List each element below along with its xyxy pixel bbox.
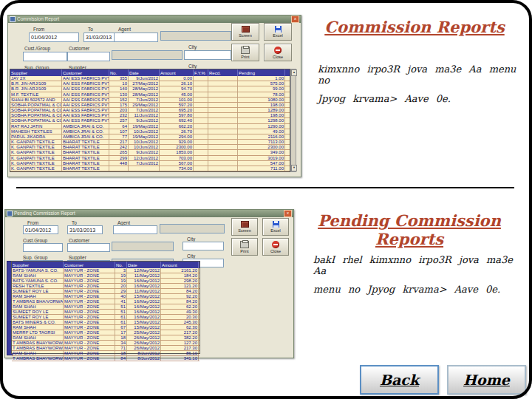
table-cell: 20 bbox=[115, 284, 127, 288]
agent-name-field bbox=[160, 31, 231, 41]
table-row[interactable]: BATS-YAMUNA S. CO.MAYYUR - ZONE312/May/2… bbox=[12, 268, 200, 273]
table-cell: 10/Jun/2012 bbox=[129, 140, 160, 144]
table-cell: 20.30 bbox=[161, 315, 199, 319]
table-row[interactable]: SUMEET ROY LEMAYYUR - ZONE5116/May/20124… bbox=[12, 310, 200, 315]
scroll-up-icon[interactable]: ▲ bbox=[291, 69, 297, 76]
window-icon bbox=[10, 16, 16, 22]
table-cell: 121.20 bbox=[161, 284, 199, 288]
table-row[interactable]: SOBHA POPATMAL & COAAI ESS FABRICS PVT. … bbox=[10, 108, 290, 113]
table-row[interactable]: K. GANPATI TEXTILEBHARAT TEXTILE29912/Ju… bbox=[10, 156, 290, 161]
table-cell: 11/May/2012 bbox=[127, 289, 161, 293]
agent-field[interactable] bbox=[113, 225, 157, 234]
table-row[interactable]: JAY 2XAAI ESS FABRICS PVT. LTD.3559/Jun/… bbox=[10, 76, 290, 81]
table-row[interactable]: SUMEET ROY LEMAYYUR - ZONE2911/May/20128… bbox=[12, 289, 200, 294]
print-button[interactable]: Print bbox=[231, 44, 259, 61]
table-cell: MAYYUR - ZONE bbox=[64, 356, 115, 361]
window-close-icon[interactable]: x bbox=[291, 16, 299, 23]
table-row[interactable]: T AMBRAS BHAYWORWASMAYYUR - ZONE848/Jun/… bbox=[12, 356, 200, 361]
cust-group-field[interactable] bbox=[23, 52, 67, 61]
close-button[interactable]: Close bbox=[262, 238, 289, 256]
table-cell: 10 bbox=[109, 81, 129, 86]
table-row[interactable]: K. GANPATI TEXTILEBHARAT TEXTILE2659/Jun… bbox=[10, 150, 290, 155]
from-field[interactable]: 01/04/2012 bbox=[23, 225, 58, 234]
table-cell: MAYYUR - ZONE bbox=[64, 273, 115, 278]
table-row[interactable]: MAHESH TEXTILESAMBICA JRAI & CO.10710/Ju… bbox=[10, 129, 290, 134]
table-cell: AAI ESS FABRICS PVT. LTD. bbox=[62, 103, 109, 107]
table-row[interactable]: K. GANPATI TEXTILEBHARAT TEXTILE21710/Ju… bbox=[10, 140, 290, 145]
table-cell: MAYYUR - ZONE bbox=[64, 294, 115, 299]
customer-field[interactable] bbox=[67, 243, 110, 252]
table-cell: RAM SHAH bbox=[12, 273, 64, 278]
table-row[interactable]: MERRF LTD TAGRSIMAYYUR - ZONE1725/May/20… bbox=[12, 330, 200, 335]
print-button[interactable]: Print bbox=[231, 238, 258, 256]
to-field[interactable]: 31/03/2013 bbox=[67, 225, 103, 234]
table-cell: MAYYUR - ZONE bbox=[64, 335, 115, 340]
table-cell bbox=[194, 145, 208, 149]
table-cell: 26.10 bbox=[160, 81, 194, 86]
close-button[interactable]: Close bbox=[264, 44, 292, 61]
table-cell: MAYYUR - ZONE bbox=[64, 341, 115, 345]
table-row[interactable]: SUMEET ROY LEMAYYUR - ZONE6116/May/20122… bbox=[12, 315, 200, 320]
table-row[interactable]: SOBHA POPATMAL & COAAI ESS FABRICS PVT. … bbox=[10, 113, 290, 118]
cust-group-field[interactable] bbox=[23, 243, 63, 252]
table-cell: SOBHA POPATMAL & CO bbox=[10, 108, 62, 112]
screen-button[interactable]: Screen bbox=[231, 23, 259, 41]
window-close-icon[interactable]: x bbox=[284, 210, 292, 217]
table-cell: JAY 2X bbox=[10, 76, 62, 81]
from-field[interactable]: 01/04/2012 bbox=[29, 33, 79, 42]
city-field-1[interactable] bbox=[183, 242, 224, 250]
table-row[interactable]: RAM SHAHMAYYUR - ZONE188/Jun/201286.10 bbox=[12, 351, 200, 356]
table-row[interactable]: K. GANPATI TEXTILEBHARAT TEXTILE4487/Jun… bbox=[10, 161, 290, 166]
table-row[interactable]: BATS-YAMUNA S. CO.MAYYUR - ZONE1916/May/… bbox=[12, 279, 200, 284]
window-titlebar[interactable]: Commission Report x bbox=[8, 16, 301, 23]
to-label: To bbox=[88, 27, 93, 32]
table-cell bbox=[194, 124, 208, 129]
table-cell: T AMBRAS BHAYWORWAS bbox=[12, 356, 64, 361]
table-row[interactable]: SOBHA POPATMAL & COAAI ESS FABRICS PVT. … bbox=[10, 103, 290, 108]
column-header: No. bbox=[109, 69, 129, 76]
table-row[interactable]: M.F. TEXTILEAAI ESS FABRICS PVT. LTD.130… bbox=[10, 92, 290, 98]
table-row[interactable]: T AMBRAS BHA/VORWASMAYYUR - ZONE4116/May… bbox=[12, 299, 200, 304]
table-row[interactable]: B.R. JIN-ARJ/109AAI ESS FABRICS PVT. LTD… bbox=[10, 86, 290, 92]
table-cell: 567.00 bbox=[160, 161, 194, 166]
table-cell: MAYYUR - ZONE bbox=[64, 268, 115, 273]
slide: Commission Report x From 01/04/2012 To 3… bbox=[0, 0, 532, 399]
customer-field[interactable] bbox=[67, 52, 110, 61]
table-cell: 597.20 bbox=[160, 103, 194, 107]
table-row[interactable]: BATS MINERS & CO.MAYYUR - ZONE6115/May/2… bbox=[12, 320, 200, 325]
column-header: Date bbox=[129, 69, 160, 76]
table-row[interactable]: B.R. JIN-ARJ/109AAI ESS FABRICS PVT. LTD… bbox=[10, 81, 290, 86]
screen-button[interactable]: Screen bbox=[231, 218, 258, 236]
table-row[interactable]: RAM SHAHMAYYUR - ZONE6715/May/201262.30 bbox=[12, 325, 200, 330]
table-cell: BHARAT TEXTILE bbox=[62, 145, 109, 149]
table-row[interactable]: RAT RAJ JATINAMBICA JRAI & CO.6419/May/2… bbox=[10, 124, 290, 129]
table-row[interactable]: RAM SHAHMAYYUR - ZONE1826/May/2012382.20 bbox=[12, 335, 200, 341]
grid-scrollbar[interactable]: ▲ ▼ bbox=[290, 69, 296, 172]
scroll-down-icon[interactable]: ▼ bbox=[291, 165, 297, 171]
home-button[interactable]: Home bbox=[447, 365, 526, 395]
agent-field[interactable] bbox=[114, 33, 158, 42]
table-cell bbox=[208, 108, 238, 112]
table-cell: 298.20 bbox=[161, 279, 199, 283]
table-row[interactable]: RAM SHAHMAYYUR - ZONE5116/May/201262.20 bbox=[12, 304, 200, 310]
excel-button[interactable]: Excel bbox=[264, 23, 292, 41]
excel-button[interactable]: Excel bbox=[262, 218, 289, 236]
print-button-label: Print bbox=[241, 55, 249, 59]
city-field-1[interactable] bbox=[184, 50, 231, 60]
table-row[interactable]: K. GANPATI TEXTILEBHARAT TEXTILE24210/Ju… bbox=[10, 145, 290, 150]
table-row[interactable]: SHAH BI.502572 ANDAAI ESS FABRICS PVT. L… bbox=[10, 98, 290, 103]
table-cell: 19/May/2012 bbox=[129, 134, 160, 139]
table-row[interactable]: RESH TEXTILEMAYYUR - ZONE2016/May/201212… bbox=[12, 284, 200, 289]
table-row[interactable]: K. GANPATI TEXTILEBHARAT TEXTILE734.0071… bbox=[10, 166, 290, 171]
table-row[interactable]: PARUL JIKADRAAMBICA JRAI & CO.7719/May/2… bbox=[10, 134, 290, 140]
back-button[interactable]: Back bbox=[360, 365, 439, 395]
table-row[interactable]: RAM SHAHMAYYUR - ZONE4015/May/201292.20 bbox=[12, 294, 200, 299]
window-titlebar[interactable]: Pending Commission Report x bbox=[5, 210, 293, 217]
table-cell: 597.80 bbox=[160, 113, 194, 117]
table-row[interactable]: T AMBRAS BHAYWORWASMAYYUR - ZONE7126/May… bbox=[12, 346, 200, 351]
table-row[interactable]: SOBHA POPATMAL & COAAI ESS FABRICS PVT. … bbox=[10, 118, 290, 123]
table-row[interactable]: T AMBRAS BHAYWORWASMAYYUR - ZONE3426/May… bbox=[12, 341, 200, 346]
table-cell: AMBICA JRAI & CO. bbox=[62, 124, 109, 129]
table-row[interactable]: RAM SHAHMAYYUR - ZONE1911/May/2012184.20 bbox=[12, 273, 200, 279]
table-cell: 217.30 bbox=[161, 346, 199, 350]
